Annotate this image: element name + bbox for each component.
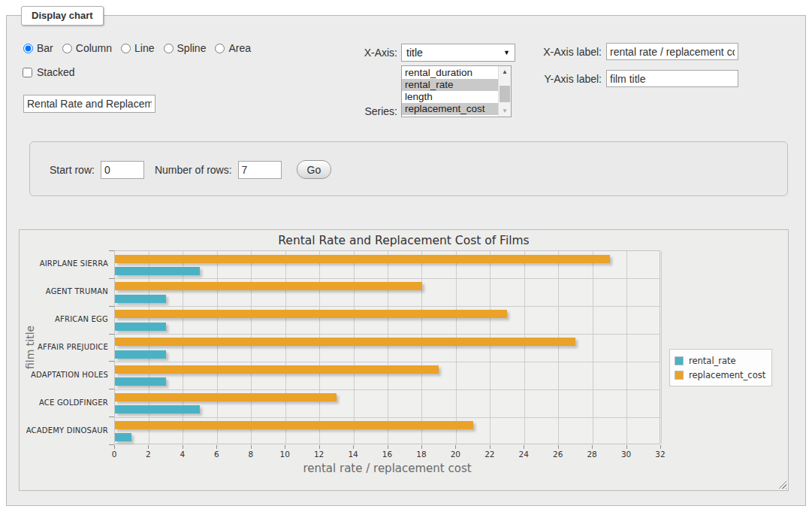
resize-handle[interactable] xyxy=(777,479,786,489)
category-label: ACADEMY DINOSAUR xyxy=(20,426,108,435)
x-tick-label: 0 xyxy=(103,450,125,459)
scroll-down-icon[interactable]: ▼ xyxy=(499,105,511,117)
gridline xyxy=(115,306,660,307)
gridline xyxy=(661,251,662,444)
chart-type-option-spline[interactable]: Spline xyxy=(164,42,207,54)
y-axis-label-input[interactable] xyxy=(606,70,738,87)
legend-swatch xyxy=(675,371,684,380)
legend-label: replacement_cost xyxy=(689,370,765,380)
category-label: AFFAIR PREJUDICE xyxy=(20,343,108,351)
chart-x-axis-title: rental rate / replacement cost xyxy=(114,462,660,475)
gridline xyxy=(217,251,218,444)
x-axis-selected-value: title xyxy=(406,47,503,59)
series-option-replacement_cost[interactable]: replacement_cost xyxy=(402,103,498,115)
y-tick-mark xyxy=(109,389,114,389)
y-tick-mark xyxy=(109,306,114,307)
chart-type-label: Line xyxy=(134,42,154,54)
num-rows-input[interactable] xyxy=(238,161,282,179)
x-tick-mark xyxy=(285,445,285,449)
gridline xyxy=(115,362,660,362)
x-axis-select[interactable]: title ▼ xyxy=(401,44,515,62)
x-tick-mark xyxy=(216,445,217,449)
x-tick-label: 22 xyxy=(478,450,501,459)
gridline xyxy=(319,251,320,444)
series-option-rental_duration[interactable]: rental_duration xyxy=(402,67,498,79)
category-label: AFRICAN EGG xyxy=(20,315,108,323)
stacked-option[interactable]: Stacked xyxy=(23,66,75,78)
chart-type-option-column[interactable]: Column xyxy=(62,42,112,54)
chart-type-option-bar[interactable]: Bar xyxy=(23,42,53,54)
row-range-panel: Start row: Number of rows: Go xyxy=(29,141,788,196)
gridline xyxy=(354,251,355,444)
x-tick-mark xyxy=(592,445,593,449)
gridline xyxy=(115,334,660,335)
y-axis-label-label: Y-Axis label: xyxy=(527,73,602,85)
y-tick-mark xyxy=(109,334,114,335)
bar-rental_rate xyxy=(115,433,131,441)
series-scrollbar[interactable]: ▲ ▼ xyxy=(498,66,511,117)
stacked-checkbox[interactable] xyxy=(23,68,32,77)
start-row-label: Start row: xyxy=(50,164,95,176)
y-tick-mark xyxy=(109,250,114,251)
x-tick-mark xyxy=(558,445,559,449)
scrollbar-thumb[interactable] xyxy=(500,86,510,102)
go-button[interactable]: Go xyxy=(297,160,332,179)
gridline xyxy=(524,251,525,444)
chart-title-input[interactable] xyxy=(23,95,155,113)
x-tick-label: 14 xyxy=(342,450,364,459)
bar-rental_rate xyxy=(115,267,200,275)
chart-type-label: Column xyxy=(76,42,112,54)
num-rows-label: Number of rows: xyxy=(155,164,232,176)
legend-item: replacement_cost xyxy=(675,368,765,382)
chart-type-option-line[interactable]: Line xyxy=(121,42,154,54)
chart-container: Rental Rate and Replacement Cost of Film… xyxy=(19,229,789,491)
x-tick-label: 4 xyxy=(171,450,194,459)
start-row-input[interactable] xyxy=(101,161,144,179)
x-axis-label-input[interactable] xyxy=(606,43,738,60)
x-tick-label: 32 xyxy=(649,450,672,459)
gridline xyxy=(558,251,559,444)
category-label: ADAPTATION HOLES xyxy=(20,371,108,379)
chart-type-radio-area[interactable] xyxy=(215,44,225,53)
x-tick-label: 6 xyxy=(205,450,228,459)
x-tick-label: 20 xyxy=(444,450,466,459)
gridline xyxy=(115,278,660,279)
bar-rental_rate xyxy=(115,323,166,331)
x-tick-mark xyxy=(421,445,422,449)
x-tick-label: 28 xyxy=(581,450,603,459)
chart-type-radio-column[interactable] xyxy=(62,44,72,53)
category-label: AGENT TRUMAN xyxy=(20,287,108,295)
series-option-length[interactable]: length xyxy=(402,91,498,103)
page: Display chart BarColumnLineSplineArea St… xyxy=(0,0,812,512)
bar-rental_rate xyxy=(115,377,166,386)
gridline xyxy=(456,251,457,444)
chart-type-radio-spline[interactable] xyxy=(164,44,174,53)
x-tick-label: 30 xyxy=(615,450,638,459)
gridline xyxy=(388,251,388,444)
chart-type-radio-bar[interactable] xyxy=(23,44,33,53)
gridline xyxy=(421,251,422,444)
y-tick-mark xyxy=(109,361,114,362)
gridline xyxy=(251,251,252,444)
bar-rental_rate xyxy=(115,405,200,414)
chevron-down-icon: ▼ xyxy=(503,49,510,56)
x-tick-label: 10 xyxy=(273,450,296,459)
legend-swatch xyxy=(675,356,684,365)
chart-type-label: Spline xyxy=(177,42,207,54)
scroll-up-icon[interactable]: ▲ xyxy=(499,66,511,77)
chart-type-label: Bar xyxy=(37,42,53,54)
bar-replacement_cost xyxy=(115,365,439,374)
chart-plot-area xyxy=(114,250,660,444)
gridline xyxy=(149,251,149,444)
x-tick-label: 18 xyxy=(410,450,433,459)
chart-type-option-area[interactable]: Area xyxy=(215,42,251,54)
bar-replacement_cost xyxy=(115,393,337,401)
series-listbox[interactable]: rental_durationrental_ratelengthreplacem… xyxy=(401,65,512,117)
series-option-rental_rate[interactable]: rental_rate xyxy=(402,79,498,91)
chart-type-radio-group: BarColumnLineSplineArea xyxy=(23,42,260,54)
x-tick-mark xyxy=(251,445,252,449)
x-tick-label: 2 xyxy=(137,450,159,459)
x-axis-select-label: X-Axis: xyxy=(337,47,397,59)
chart-type-radio-line[interactable] xyxy=(121,44,131,53)
stacked-label: Stacked xyxy=(37,66,75,78)
